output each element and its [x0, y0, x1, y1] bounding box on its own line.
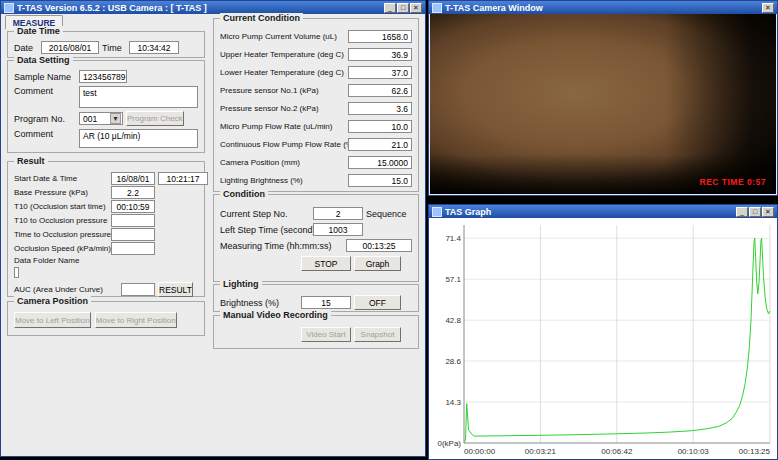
current-condition-row: Continuous Flow Pump Flow Rate (%) 21.0: [220, 138, 412, 151]
current-condition-value: 1658.0: [348, 30, 412, 43]
group-title-result: Result: [14, 156, 48, 167]
current-condition-label: Pressure sensor No.1 (kPa): [220, 86, 345, 95]
graph-maximize-icon[interactable]: □: [749, 207, 761, 217]
current-condition-value: 37.0: [348, 66, 412, 79]
svg-text:42.8: 42.8: [445, 316, 461, 325]
graph-window: TAS Graph _ □ ✕ 0(kPa)14.328.642.857.171…: [428, 204, 778, 460]
main-titlebar: T-TAS Version 6.5.2 : USB Camera : [ T-T…: [1, 1, 425, 14]
time-label: Time: [102, 43, 126, 53]
main-window-title: T-TAS Version 6.5.2 : USB Camera : [ T-T…: [17, 3, 381, 13]
graph-titlebar: TAS Graph _ □ ✕: [429, 205, 777, 218]
current-condition-value: 15.0000: [348, 156, 412, 169]
app-icon: [4, 3, 14, 13]
program-check-button[interactable]: Program Check: [126, 111, 184, 126]
current-condition-label: Micro Pump Current Volume (uL): [220, 32, 345, 41]
group-condition: Condition Current Step No. 2 Sequence Le…: [213, 194, 419, 282]
current-condition-label: Lighting Brightness (%): [220, 176, 345, 185]
current-condition-value: 21.0: [348, 138, 412, 151]
sample-name-label: Sample Name: [14, 72, 76, 82]
svg-text:00:03:21: 00:03:21: [525, 447, 557, 456]
program-no-select[interactable]: 001 ▼: [79, 112, 123, 125]
current-condition-value: 15.0: [348, 174, 412, 187]
minimize-icon[interactable]: _: [384, 3, 396, 13]
comment-input[interactable]: test: [79, 86, 198, 108]
video-start-button[interactable]: Video Start: [301, 327, 351, 342]
svg-text:14.3: 14.3: [445, 398, 461, 407]
sample-name-input[interactable]: 123456789: [79, 70, 127, 83]
brightness-label: Brightness (%): [220, 298, 298, 308]
program-no-label: Program No.: [14, 114, 76, 124]
camera-window: T-TAS Camera Window ✕ REC TIME 0:57: [428, 0, 778, 196]
start-time-value: 10:21:17: [158, 172, 208, 185]
group-title-camera-position: Camera Position: [14, 296, 91, 307]
group-title-data-setting: Data Setting: [14, 55, 73, 66]
graph-button[interactable]: Graph: [354, 256, 401, 271]
svg-text:71.4: 71.4: [445, 234, 461, 243]
current-condition-row: Micro Pump Current Volume (uL) 1658.0: [220, 30, 412, 43]
current-condition-row: Lower Heater Temperature (deg C) 37.0: [220, 66, 412, 79]
current-condition-label: Micro Pump Flow Rate (uL/min): [220, 122, 345, 131]
graph-close-icon[interactable]: ✕: [762, 207, 774, 217]
main-window: T-TAS Version 6.5.2 : USB Camera : [ T-T…: [0, 0, 426, 457]
result-row-label: Base Pressure (kPa): [14, 188, 108, 197]
group-manual-video-recording: Manual Video Recording Video Start Snaps…: [213, 315, 419, 349]
group-date-time: Date Time Date 2016/08/01 Time 10:34:42: [7, 31, 205, 58]
current-condition-value: 62.6: [348, 84, 412, 97]
current-condition-row: Upper Heater Temperature (deg C) 36.9: [220, 48, 412, 61]
current-condition-label: Upper Heater Temperature (deg C): [220, 50, 345, 59]
svg-text:00:06:42: 00:06:42: [601, 447, 633, 456]
group-data-setting: Data Setting Sample Name 123456789 Comme…: [7, 60, 205, 153]
result-row-value: 00:10:59: [111, 200, 155, 213]
group-title-lighting: Lighting: [220, 279, 262, 290]
left-step-time-label: Left Step Time (second): [220, 225, 310, 235]
camera-live-view: REC TIME 0:57: [430, 14, 776, 194]
maximize-icon[interactable]: □: [397, 3, 409, 13]
result-button[interactable]: RESULT: [158, 282, 193, 297]
current-condition-row: Micro Pump Flow Rate (uL/min) 10.0: [220, 120, 412, 133]
move-right-button[interactable]: Move to Right Position: [95, 312, 177, 328]
current-condition-row: Pressure sensor No.1 (kPa) 62.6: [220, 84, 412, 97]
close-icon[interactable]: ✕: [410, 3, 422, 13]
current-step-value: 2: [313, 207, 363, 220]
start-datetime-label: Start Date & Time: [14, 174, 108, 183]
snapshot-button[interactable]: Snapshot: [354, 327, 401, 342]
group-title-date-time: Date Time: [14, 26, 63, 37]
svg-text:00:13:25: 00:13:25: [739, 447, 771, 456]
svg-text:57.1: 57.1: [445, 275, 461, 284]
brightness-field[interactable]: 15: [301, 296, 351, 309]
time-field: 10:34:42: [129, 41, 179, 54]
current-condition-row: Pressure sensor No.2 (kPa) 3.6: [220, 102, 412, 115]
svg-text:28.6: 28.6: [445, 357, 461, 366]
current-condition-label: Lower Heater Temperature (deg C): [220, 68, 345, 77]
camera-close-icon[interactable]: ✕: [762, 3, 774, 13]
result-row-value: [111, 214, 155, 227]
measuring-time-label: Measuring Time (hh:mm:ss): [220, 241, 343, 251]
comment2-input[interactable]: AR (10 μL/min): [79, 129, 198, 148]
camera-window-icon: [432, 3, 442, 13]
stop-button[interactable]: STOP: [301, 256, 351, 271]
group-lighting: Lighting Brightness (%) 15 OFF: [213, 284, 419, 312]
result-row: Time to Occlusion pressure: [14, 228, 198, 241]
group-title-manual-video-recording: Manual Video Recording: [220, 310, 331, 321]
group-result: Result Start Date & Time 16/08/01 10:21:…: [7, 161, 205, 297]
chevron-down-icon: ▼: [110, 113, 121, 124]
svg-text:00:00:00: 00:00:00: [464, 447, 496, 456]
current-condition-value: 3.6: [348, 102, 412, 115]
svg-text:00:10:03: 00:10:03: [678, 447, 710, 456]
result-row-label: T10 (Occlusion start time): [14, 202, 108, 211]
measuring-time-value: 00:13:25: [346, 239, 412, 252]
current-condition-value: 36.9: [348, 48, 412, 61]
chart-area: 0(kPa)14.328.642.857.171.400:00:0000:03:…: [430, 219, 776, 458]
result-row-value: [111, 242, 155, 255]
group-current-condition: Current Condition Micro Pump Current Vol…: [213, 18, 419, 192]
graph-window-icon: [432, 207, 442, 217]
current-step-label: Current Step No.: [220, 209, 310, 219]
move-left-button[interactable]: Move to Left Position: [14, 312, 91, 328]
result-row-label: T10 to Occlusion pressure: [14, 216, 108, 225]
data-folder-label: Data Folder Name: [14, 256, 79, 265]
result-row: T10 to Occlusion pressure: [14, 214, 198, 227]
group-title-current-condition: Current Condition: [220, 13, 303, 24]
auc-value: [121, 283, 155, 296]
lighting-off-button[interactable]: OFF: [354, 295, 401, 310]
graph-minimize-icon[interactable]: _: [736, 207, 748, 217]
